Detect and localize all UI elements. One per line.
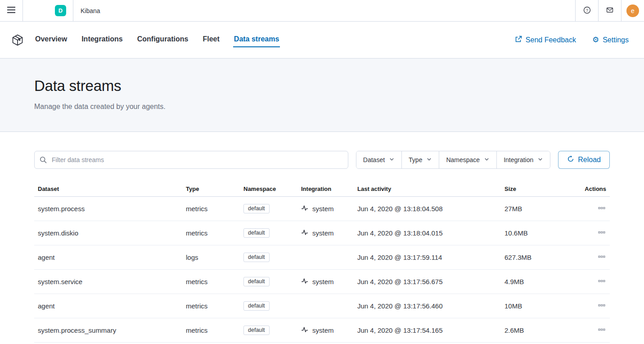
menu-button[interactable]	[0, 0, 23, 21]
type-cell: metrics	[182, 272, 240, 291]
top-header-bar: D Kibana ? e	[0, 0, 644, 22]
boxes-horizontal-icon	[598, 302, 605, 310]
nav-tab[interactable]: Overview	[34, 32, 68, 47]
dataset-cell: agent	[34, 248, 182, 267]
row-actions-button[interactable]	[597, 324, 606, 336]
integration-cell	[297, 252, 354, 263]
settings-label: Settings	[603, 36, 629, 44]
column-header-type[interactable]: Type	[182, 181, 240, 196]
column-header-dataset[interactable]: Dataset	[34, 181, 182, 196]
nav-tab[interactable]: Integrations	[81, 32, 124, 47]
size-cell: 27MB	[501, 199, 572, 218]
envelope-icon	[606, 6, 614, 15]
type-cell: metrics	[182, 321, 240, 340]
actions-cell	[572, 270, 610, 294]
integration-cell	[297, 300, 354, 312]
space-avatar[interactable]: D	[55, 5, 66, 16]
row-actions-button[interactable]	[597, 227, 606, 239]
last-activity-cell: Jun 4, 2020 @ 13:18:04.015	[354, 223, 501, 243]
boxes-horizontal-icon	[598, 326, 605, 335]
table-row: system.service metrics default system Ju…	[34, 270, 610, 294]
integration-name: system	[312, 278, 334, 285]
size-cell: 10.6MB	[501, 223, 572, 243]
row-actions-button[interactable]	[597, 203, 606, 215]
namespace-cell: default	[240, 271, 297, 292]
table-toolbar: Dataset Type Namespace	[34, 151, 610, 169]
boxes-horizontal-icon	[598, 277, 605, 286]
namespace-cell: default	[240, 247, 297, 268]
hamburger-icon	[7, 7, 15, 14]
chevron-down-icon	[389, 156, 395, 163]
namespace-badge: default	[243, 277, 270, 286]
actions-cell	[572, 294, 610, 318]
filter-dropdown[interactable]: Integration	[496, 151, 550, 168]
send-feedback-link[interactable]: Send Feedback	[515, 36, 576, 45]
filter-dropdown-label: Type	[409, 156, 422, 163]
system-integration-icon	[301, 326, 308, 335]
user-avatar: e	[626, 5, 639, 17]
column-header-integration[interactable]: Integration	[297, 181, 354, 196]
size-cell: 4.9MB	[501, 272, 572, 291]
filter-dropdown-label: Dataset	[363, 156, 385, 163]
table-row: system.process_summary metrics default s…	[34, 318, 610, 343]
breadcrumb: D Kibana	[23, 0, 108, 21]
user-menu-button[interactable]: e	[621, 0, 644, 21]
column-header-last-activity[interactable]: Last activity	[354, 181, 501, 196]
refresh-icon	[567, 155, 574, 164]
chevron-down-icon	[484, 156, 490, 163]
actions-cell	[572, 197, 610, 221]
column-header-namespace[interactable]: Namespace	[240, 181, 297, 196]
newsfeed-button[interactable]	[599, 0, 621, 21]
system-integration-icon	[301, 229, 308, 237]
table-header: Dataset Type Namespace Integration Last …	[34, 181, 610, 197]
size-cell: 627.3MB	[501, 248, 572, 267]
chevron-down-icon	[537, 156, 543, 163]
integration-cell: system	[297, 320, 354, 340]
namespace-badge: default	[243, 301, 270, 311]
settings-link[interactable]: ⚙ Settings	[592, 36, 629, 44]
type-cell: metrics	[182, 199, 240, 218]
type-cell: metrics	[182, 223, 240, 243]
actions-cell	[572, 245, 610, 269]
boxes-horizontal-icon	[598, 229, 605, 237]
filter-dropdown[interactable]: Namespace	[439, 151, 496, 168]
dataset-cell: agent	[34, 296, 182, 316]
table-row: system.diskio metrics default system Jun…	[34, 221, 610, 245]
namespace-badge: default	[243, 228, 270, 238]
column-header-actions: Actions	[572, 181, 610, 196]
namespace-cell: default	[240, 320, 297, 341]
actions-cell	[572, 221, 610, 245]
data-streams-content: Dataset Type Namespace	[0, 132, 644, 344]
row-actions-button[interactable]	[597, 300, 606, 312]
last-activity-cell: Jun 4, 2020 @ 13:18:04.508	[354, 199, 501, 218]
integration-cell: system	[297, 272, 354, 292]
dataset-cell: system.diskio	[34, 223, 182, 243]
fleet-app-icon	[11, 34, 24, 46]
page-header: Data streams Manage the data created by …	[0, 59, 644, 132]
filter-dropdown-label: Integration	[504, 156, 533, 163]
filter-dropdown[interactable]: Type	[401, 151, 439, 168]
page-subtitle: Manage the data created by your agents.	[34, 103, 610, 111]
integration-name: system	[312, 205, 334, 213]
nav-tab[interactable]: Configurations	[136, 32, 189, 47]
nav-tab[interactable]: Data streams	[233, 32, 280, 47]
row-actions-button[interactable]	[597, 276, 606, 288]
breadcrumb-kibana[interactable]: Kibana	[73, 7, 108, 14]
table-row: agent metrics default Jun 4, 2020 @ 13:1…	[34, 294, 610, 318]
row-actions-button[interactable]	[597, 251, 606, 263]
filter-data-streams-input[interactable]	[34, 151, 348, 169]
nav-actions: Send Feedback ⚙ Settings	[515, 36, 629, 45]
type-cell: logs	[182, 248, 240, 267]
help-button[interactable]: ?	[576, 0, 598, 21]
reload-button[interactable]: Reload	[558, 151, 610, 169]
system-integration-icon	[301, 277, 308, 286]
table-row: system.process metrics default system Ju…	[34, 197, 610, 221]
chevron-down-icon	[426, 156, 432, 163]
topbar-actions: ? e	[575, 0, 644, 21]
size-cell: 10MB	[501, 296, 572, 316]
table-row: agent logs default Jun 4, 2020 @ 13:17:5…	[34, 245, 610, 270]
nav-tab[interactable]: Fleet	[202, 32, 220, 47]
column-header-size[interactable]: Size	[501, 181, 572, 196]
namespace-badge: default	[243, 204, 270, 213]
filter-dropdown[interactable]: Dataset	[356, 151, 401, 168]
